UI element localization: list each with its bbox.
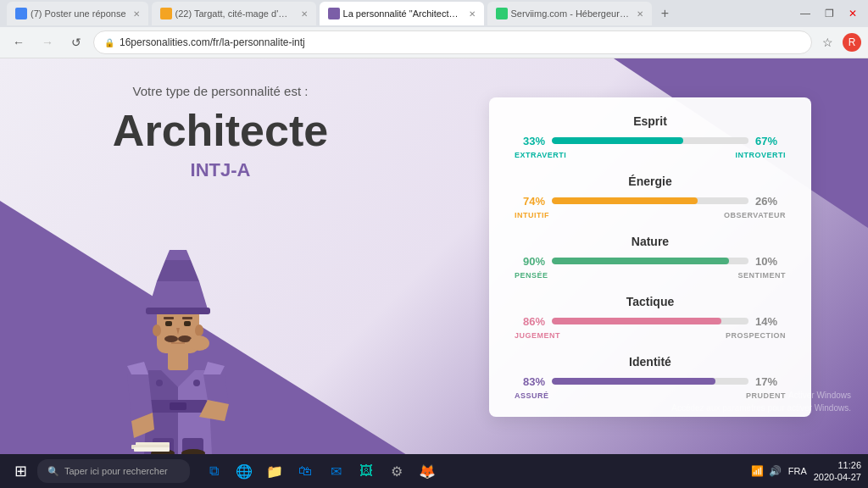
browser-chrome: (7) Poster une réponse ✕ (22) Targatt, c… — [0, 0, 868, 58]
tab-4-close[interactable]: ✕ — [637, 9, 643, 19]
tab-1-label: (7) Poster une réponse — [31, 8, 126, 19]
taskapp-explorer[interactable]: 📁 — [261, 458, 288, 485]
taskapp-photos[interactable]: 🖼 — [353, 458, 380, 485]
energie-bar-container — [552, 197, 748, 204]
browser-icons: ☆ R — [817, 32, 861, 53]
tab-1[interactable]: (7) Poster une réponse ✕ — [7, 2, 148, 25]
stat-esprit: Esprit 33% 67% EXTRAVERTI INTROVERTI — [515, 114, 786, 159]
identite-bar-row: 83% 17% — [515, 375, 786, 388]
taskapp-settings[interactable]: ⚙ — [383, 458, 410, 485]
tactique-bar-row: 86% 14% — [515, 315, 786, 328]
svg-marker-7 — [127, 362, 148, 374]
tab-3[interactable]: La personnalité "Architecte" (INT... ✕ — [320, 2, 484, 25]
tab-2[interactable]: (22) Targatt, cité-mage d'Hésa... ✕ — [152, 2, 316, 25]
personality-name: Architecte — [113, 105, 328, 156]
taskapp-store[interactable]: 🛍 — [292, 458, 319, 485]
taskapp-taskview[interactable]: ⧉ — [200, 458, 227, 485]
stat-identite: Identité 83% 17% ASSURÉ PRUDENT — [515, 355, 786, 400]
taskbar-search[interactable]: 🔍 Taper ici pour rechercher — [37, 459, 190, 483]
tab-1-favicon — [15, 8, 27, 19]
tab-1-close[interactable]: ✕ — [133, 9, 140, 19]
energie-label-right: OBSERVATEUR — [724, 211, 786, 219]
nature-title: Nature — [515, 235, 786, 248]
start-button[interactable]: ⊞ — [7, 458, 34, 485]
page-subtitle: Votre type de personnalité est : — [133, 84, 309, 98]
energie-right-pct: 26% — [755, 195, 786, 208]
address-text: 16personalities.com/fr/la-personnalite-i… — [120, 36, 305, 48]
esprit-label-left: EXTRAVERTI — [515, 151, 566, 159]
tactique-right-pct: 14% — [755, 315, 786, 328]
maximize-button[interactable]: ❐ — [821, 8, 837, 19]
nature-label-left: PENSÉE — [515, 271, 548, 280]
energie-label-left: INTUITIF — [515, 211, 549, 219]
nature-bar-fill — [552, 258, 729, 264]
svg-marker-14 — [165, 250, 191, 260]
esprit-right-pct: 67% — [755, 135, 786, 147]
tactique-label-left: JUGEMENT — [515, 331, 560, 340]
clock-date: 2020-04-27 — [814, 471, 861, 483]
refresh-button[interactable]: ↺ — [64, 30, 88, 54]
svg-rect-18 — [182, 317, 192, 319]
network-icon[interactable]: 📶 — [751, 465, 764, 477]
bookmark-icon[interactable]: ☆ — [817, 32, 837, 53]
svg-marker-8 — [203, 362, 225, 374]
back-button[interactable]: ← — [7, 30, 31, 54]
tab-3-close[interactable]: ✕ — [469, 9, 476, 19]
energie-title: Énergie — [515, 175, 786, 188]
forward-button[interactable]: → — [36, 30, 59, 54]
clock: 11:26 2020-04-27 — [814, 459, 861, 484]
svg-marker-25 — [127, 374, 153, 421]
character-svg — [68, 218, 288, 455]
tab-4[interactable]: Serviimg.com - Hébergeur gratu... ✕ — [487, 2, 652, 25]
clock-time: 11:26 — [814, 459, 861, 471]
svg-point-6 — [193, 380, 200, 386]
tactique-title: Tactique — [515, 295, 786, 308]
personality-code: INTJ-A — [191, 159, 251, 181]
svg-marker-11 — [148, 281, 208, 309]
window-controls: — ❐ ✕ — [797, 8, 861, 19]
tactique-labels: JUGEMENT PROSPECTION — [515, 331, 786, 340]
system-icons: 📶 🔊 — [751, 465, 782, 477]
esprit-labels: EXTRAVERTI INTROVERTI — [515, 151, 786, 159]
svg-marker-12 — [157, 260, 199, 281]
title-bar: (7) Poster une réponse ✕ (22) Targatt, c… — [0, 0, 868, 27]
right-panel: Esprit 33% 67% EXTRAVERTI INTROVERTI Éne… — [441, 58, 868, 455]
close-button[interactable]: ✕ — [844, 8, 861, 19]
address-bar[interactable]: 🔒 16personalities.com/fr/la-personnalite… — [93, 30, 812, 54]
svg-rect-4 — [170, 402, 186, 410]
identite-labels: ASSURÉ PRUDENT — [515, 391, 786, 400]
search-text: Taper ici pour rechercher — [64, 466, 168, 476]
stats-card: Esprit 33% 67% EXTRAVERTI INTROVERTI Éne… — [489, 97, 811, 417]
tactique-bar-fill — [552, 318, 721, 324]
tab-4-favicon — [496, 8, 508, 19]
svg-rect-17 — [164, 317, 174, 319]
tab-2-close[interactable]: ✕ — [301, 9, 308, 19]
taskapp-firefox[interactable]: 🦊 — [414, 458, 441, 485]
nature-bar-container — [552, 258, 748, 264]
svg-rect-15 — [165, 321, 172, 326]
svg-point-20 — [164, 336, 178, 342]
energie-labels: INTUITIF OBSERVATEUR — [515, 211, 786, 219]
esprit-label-right: INTROVERTI — [735, 151, 786, 159]
nature-bar-row: 90% 10% — [515, 255, 786, 268]
energie-left-pct: 74% — [515, 195, 545, 208]
taskapp-edge[interactable]: 🌐 — [231, 458, 258, 485]
svg-point-24 — [195, 324, 203, 336]
tab-4-label: Serviimg.com - Hébergeur gratu... — [511, 8, 630, 19]
stat-tactique: Tactique 86% 14% JUGEMENT PROSPECTION — [515, 295, 786, 340]
volume-icon[interactable]: 🔊 — [769, 465, 782, 477]
identite-label-right: PRUDENT — [746, 391, 786, 400]
svg-point-23 — [153, 324, 161, 336]
esprit-bar-container — [552, 137, 748, 144]
nature-left-pct: 90% — [515, 255, 545, 268]
identite-bar-fill — [552, 378, 715, 385]
taskapp-mail[interactable]: ✉ — [322, 458, 349, 485]
stat-energie: Énergie 74% 26% INTUITIF OBSERVATEUR — [515, 175, 786, 219]
profile-icon[interactable]: R — [843, 33, 861, 52]
tab-2-favicon — [160, 8, 172, 19]
esprit-left-pct: 33% — [515, 135, 545, 147]
new-tab-button[interactable]: + — [655, 3, 676, 24]
energie-bar-row: 74% 26% — [515, 195, 786, 208]
minimize-button[interactable]: — — [797, 8, 814, 19]
identite-left-pct: 83% — [515, 375, 545, 388]
